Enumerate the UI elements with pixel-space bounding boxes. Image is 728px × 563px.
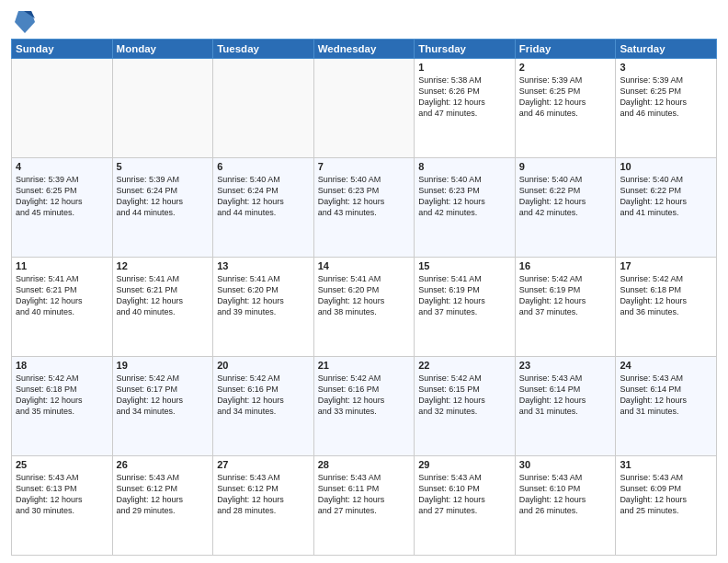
- day-info: Sunrise: 5:42 AM Sunset: 6:16 PM Dayligh…: [318, 373, 411, 418]
- day-number: 2: [519, 62, 612, 73]
- day-info: Sunrise: 5:40 AM Sunset: 6:22 PM Dayligh…: [519, 174, 612, 219]
- logo-icon: [15, 9, 35, 35]
- page: SundayMondayTuesdayWednesdayThursdayFrid…: [0, 0, 728, 563]
- calendar-cell: 24Sunrise: 5:43 AM Sunset: 6:14 PM Dayli…: [616, 357, 717, 456]
- day-number: 15: [418, 260, 511, 271]
- calendar-cell: 23Sunrise: 5:43 AM Sunset: 6:14 PM Dayli…: [515, 357, 616, 456]
- day-info: Sunrise: 5:42 AM Sunset: 6:18 PM Dayligh…: [16, 373, 108, 418]
- calendar-cell: 6Sunrise: 5:40 AM Sunset: 6:24 PM Daylig…: [213, 158, 314, 258]
- calendar-cell: 21Sunrise: 5:42 AM Sunset: 6:16 PM Dayli…: [313, 357, 415, 456]
- day-number: 12: [117, 260, 210, 271]
- calendar-week-row: 25Sunrise: 5:43 AM Sunset: 6:13 PM Dayli…: [12, 456, 717, 556]
- day-info: Sunrise: 5:41 AM Sunset: 6:20 PM Dayligh…: [318, 273, 411, 318]
- day-info: Sunrise: 5:42 AM Sunset: 6:15 PM Dayligh…: [418, 373, 511, 418]
- day-number: 5: [117, 161, 210, 172]
- calendar-week-row: 11Sunrise: 5:41 AM Sunset: 6:21 PM Dayli…: [12, 258, 717, 357]
- calendar-cell: 3Sunrise: 5:39 AM Sunset: 6:25 PM Daylig…: [616, 59, 717, 158]
- day-info: Sunrise: 5:43 AM Sunset: 6:12 PM Dayligh…: [217, 472, 310, 517]
- day-number: 1: [418, 62, 511, 73]
- day-info: Sunrise: 5:41 AM Sunset: 6:20 PM Dayligh…: [217, 273, 310, 318]
- calendar-day-header: Tuesday: [213, 40, 314, 59]
- calendar-cell: 22Sunrise: 5:42 AM Sunset: 6:15 PM Dayli…: [415, 357, 516, 456]
- day-info: Sunrise: 5:42 AM Sunset: 6:19 PM Dayligh…: [519, 273, 612, 318]
- calendar-cell: 31Sunrise: 5:43 AM Sunset: 6:09 PM Dayli…: [616, 456, 717, 556]
- calendar-cell: 26Sunrise: 5:43 AM Sunset: 6:12 PM Dayli…: [112, 456, 213, 556]
- calendar-cell: 16Sunrise: 5:42 AM Sunset: 6:19 PM Dayli…: [515, 258, 616, 357]
- calendar-cell: 28Sunrise: 5:43 AM Sunset: 6:11 PM Dayli…: [313, 456, 415, 556]
- calendar-cell: 14Sunrise: 5:41 AM Sunset: 6:20 PM Dayli…: [313, 258, 415, 357]
- day-number: 4: [16, 161, 108, 172]
- day-info: Sunrise: 5:39 AM Sunset: 6:24 PM Dayligh…: [117, 174, 210, 219]
- calendar-cell: [112, 59, 213, 158]
- day-info: Sunrise: 5:43 AM Sunset: 6:10 PM Dayligh…: [418, 472, 511, 517]
- calendar-cell: 7Sunrise: 5:40 AM Sunset: 6:23 PM Daylig…: [313, 158, 415, 258]
- day-info: Sunrise: 5:38 AM Sunset: 6:26 PM Dayligh…: [418, 75, 511, 120]
- calendar-day-header: Friday: [515, 40, 616, 59]
- calendar-cell: [213, 59, 314, 158]
- day-number: 11: [16, 260, 108, 271]
- day-number: 10: [620, 161, 712, 172]
- calendar-cell: 27Sunrise: 5:43 AM Sunset: 6:12 PM Dayli…: [213, 456, 314, 556]
- day-info: Sunrise: 5:41 AM Sunset: 6:19 PM Dayligh…: [418, 273, 511, 318]
- calendar-cell: 17Sunrise: 5:42 AM Sunset: 6:18 PM Dayli…: [616, 258, 717, 357]
- logo: [11, 13, 35, 35]
- day-number: 24: [620, 360, 712, 371]
- calendar-cell: 20Sunrise: 5:42 AM Sunset: 6:16 PM Dayli…: [213, 357, 314, 456]
- calendar-day-header: Sunday: [12, 40, 113, 59]
- day-info: Sunrise: 5:43 AM Sunset: 6:14 PM Dayligh…: [519, 373, 612, 418]
- day-number: 27: [217, 459, 310, 470]
- day-number: 7: [318, 161, 411, 172]
- day-info: Sunrise: 5:43 AM Sunset: 6:14 PM Dayligh…: [620, 373, 712, 418]
- day-info: Sunrise: 5:40 AM Sunset: 6:23 PM Dayligh…: [318, 174, 411, 219]
- day-number: 18: [16, 360, 108, 371]
- calendar-cell: 29Sunrise: 5:43 AM Sunset: 6:10 PM Dayli…: [415, 456, 516, 556]
- day-info: Sunrise: 5:39 AM Sunset: 6:25 PM Dayligh…: [620, 75, 712, 120]
- calendar-cell: 8Sunrise: 5:40 AM Sunset: 6:23 PM Daylig…: [415, 158, 516, 258]
- day-info: Sunrise: 5:42 AM Sunset: 6:16 PM Dayligh…: [217, 373, 310, 418]
- day-info: Sunrise: 5:41 AM Sunset: 6:21 PM Dayligh…: [117, 273, 210, 318]
- day-number: 14: [318, 260, 411, 271]
- day-info: Sunrise: 5:43 AM Sunset: 6:12 PM Dayligh…: [117, 472, 210, 517]
- day-number: 21: [318, 360, 411, 371]
- calendar-day-header: Wednesday: [313, 40, 415, 59]
- day-info: Sunrise: 5:40 AM Sunset: 6:24 PM Dayligh…: [217, 174, 310, 219]
- day-number: 19: [117, 360, 210, 371]
- calendar-cell: [313, 59, 415, 158]
- calendar-cell: 2Sunrise: 5:39 AM Sunset: 6:25 PM Daylig…: [515, 59, 616, 158]
- calendar-cell: 11Sunrise: 5:41 AM Sunset: 6:21 PM Dayli…: [12, 258, 113, 357]
- day-info: Sunrise: 5:43 AM Sunset: 6:09 PM Dayligh…: [620, 472, 712, 517]
- day-info: Sunrise: 5:39 AM Sunset: 6:25 PM Dayligh…: [519, 75, 612, 120]
- day-info: Sunrise: 5:41 AM Sunset: 6:21 PM Dayligh…: [16, 273, 108, 318]
- calendar-cell: 9Sunrise: 5:40 AM Sunset: 6:22 PM Daylig…: [515, 158, 616, 258]
- day-number: 26: [117, 459, 210, 470]
- calendar-cell: 12Sunrise: 5:41 AM Sunset: 6:21 PM Dayli…: [112, 258, 213, 357]
- calendar-cell: 25Sunrise: 5:43 AM Sunset: 6:13 PM Dayli…: [12, 456, 113, 556]
- calendar-table: SundayMondayTuesdayWednesdayThursdayFrid…: [11, 39, 717, 556]
- day-number: 8: [418, 161, 511, 172]
- calendar-cell: 1Sunrise: 5:38 AM Sunset: 6:26 PM Daylig…: [415, 59, 516, 158]
- calendar-day-header: Saturday: [616, 40, 717, 59]
- calendar-cell: 15Sunrise: 5:41 AM Sunset: 6:19 PM Dayli…: [415, 258, 516, 357]
- calendar-cell: [12, 59, 113, 158]
- day-number: 6: [217, 161, 310, 172]
- day-number: 22: [418, 360, 511, 371]
- header: [11, 9, 717, 35]
- day-number: 13: [217, 260, 310, 271]
- calendar-cell: 30Sunrise: 5:43 AM Sunset: 6:10 PM Dayli…: [515, 456, 616, 556]
- day-number: 25: [16, 459, 108, 470]
- day-number: 9: [519, 161, 612, 172]
- calendar-week-row: 18Sunrise: 5:42 AM Sunset: 6:18 PM Dayli…: [12, 357, 717, 456]
- day-info: Sunrise: 5:40 AM Sunset: 6:22 PM Dayligh…: [620, 174, 712, 219]
- day-number: 30: [519, 459, 612, 470]
- calendar-day-header: Thursday: [415, 40, 516, 59]
- calendar-header-row: SundayMondayTuesdayWednesdayThursdayFrid…: [12, 40, 717, 59]
- day-number: 20: [217, 360, 310, 371]
- day-number: 31: [620, 459, 712, 470]
- calendar-cell: 5Sunrise: 5:39 AM Sunset: 6:24 PM Daylig…: [112, 158, 213, 258]
- day-number: 16: [519, 260, 612, 271]
- calendar-cell: 13Sunrise: 5:41 AM Sunset: 6:20 PM Dayli…: [213, 258, 314, 357]
- day-number: 17: [620, 260, 712, 271]
- calendar-cell: 10Sunrise: 5:40 AM Sunset: 6:22 PM Dayli…: [616, 158, 717, 258]
- day-info: Sunrise: 5:43 AM Sunset: 6:10 PM Dayligh…: [519, 472, 612, 517]
- calendar-day-header: Monday: [112, 40, 213, 59]
